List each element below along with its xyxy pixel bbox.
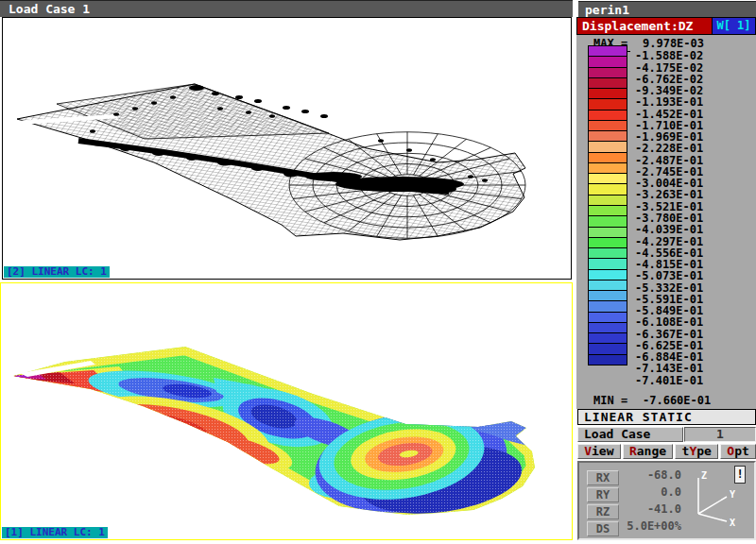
viewport-label-bottom: [1] LINEAR LC: 1	[2, 527, 108, 538]
menu-button-range[interactable]: Range	[623, 444, 674, 459]
transform-rows: RX-68.0RY0.0RZ-41.0DS5.0E+00%	[587, 468, 681, 536]
menu-button-text: ange	[637, 444, 666, 458]
control-panel: perin1 Displacement:DZ W[ 1] MAX = 9.978…	[576, 0, 756, 544]
viewport-wireframe[interactable]: [2] LINEAR LC: 1	[2, 17, 572, 280]
alert-slider[interactable]: !	[734, 466, 746, 484]
app-window: Load Case 1	[0, 0, 756, 544]
transform-button-ry[interactable]: RY	[587, 487, 619, 502]
menu-button-opt[interactable]: Opt	[720, 444, 756, 459]
menu-bar: ViewRangetYpeOpt	[577, 444, 756, 459]
menu-button-text: iew	[592, 444, 613, 458]
model-name: perin1	[585, 3, 629, 17]
transform-row: RX-68.0	[587, 468, 681, 484]
transform-row: RZ-41.0	[587, 502, 681, 518]
axis-y-label: Y	[730, 489, 735, 500]
transform-value-ry: 0.0	[619, 484, 681, 500]
menu-button-text: pe	[696, 444, 712, 458]
load-case-button[interactable]: Load Case	[577, 427, 683, 442]
window-titlebar[interactable]: Load Case 1	[0, 0, 573, 17]
transform-value-rz: -41.0	[619, 502, 681, 517]
menu-button-text: O	[727, 444, 734, 458]
load-case-value[interactable]: 1	[684, 427, 756, 442]
window-title: Load Case 1	[9, 2, 90, 16]
wireframe-mesh-graphic	[3, 18, 571, 279]
legend-min-label: MIN =	[592, 394, 630, 407]
menu-button-text: R	[629, 444, 637, 458]
menu-button-text: pt	[734, 444, 749, 458]
menu-button-text: V	[584, 444, 592, 458]
transform-value-rx: -68.0	[619, 468, 681, 483]
transform-button-ds[interactable]: DS	[587, 521, 619, 536]
legend-max-value: 9.978E-03	[643, 37, 704, 50]
analysis-type-bar: LINEAR STATIC	[577, 409, 756, 425]
transform-button-rz[interactable]: RZ	[587, 504, 619, 519]
legend-boundary-value: -7.401E-01	[635, 375, 703, 387]
panel-titlebar[interactable]: perin1	[578, 1, 756, 17]
contour-legend: MAX = 9.978E-03 -1.588E-02-4.175E-02-6.7…	[576, 35, 756, 409]
contour-plot-graphic	[1, 283, 572, 539]
window-number-badge[interactable]: W[ 1]	[712, 18, 755, 34]
result-bar[interactable]: Displacement:DZ W[ 1]	[576, 17, 756, 35]
legend-min-value: -7.660E-01	[643, 394, 711, 407]
axis-z-label: Z	[701, 470, 707, 481]
menu-button-type[interactable]: tYpe	[675, 444, 718, 459]
transform-row: DS5.0E+00%	[587, 518, 681, 536]
viewport-contour[interactable]: [1] LINEAR LC: 1	[0, 282, 573, 540]
menu-button-view[interactable]: View	[577, 444, 621, 459]
legend-band-column	[588, 45, 627, 366]
transform-value-ds: 5.0E+00%	[619, 518, 681, 534]
load-case-row: Load Case 1	[577, 427, 756, 442]
result-label: Displacement:DZ	[582, 19, 693, 33]
axis-x-label: X	[730, 518, 735, 528]
legend-band	[588, 354, 627, 366]
transform-row: RY0.0	[587, 484, 681, 502]
viewport-label-top: [2] LINEAR LC: 1	[4, 266, 110, 278]
transform-button-rx[interactable]: RX	[587, 470, 619, 485]
transform-panel: RX-68.0RY0.0RZ-41.0DS5.0E+00% Z Y X !	[577, 461, 756, 540]
